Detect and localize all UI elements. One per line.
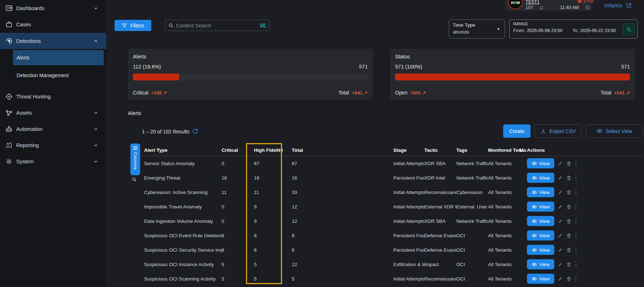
delete-icon[interactable] <box>566 247 572 253</box>
select-view-label: Select View <box>606 128 632 134</box>
delete-icon[interactable] <box>566 218 572 224</box>
column-header-high-fidelity[interactable]: High Fidelity <box>254 147 292 153</box>
cell-total: 12 <box>292 262 393 267</box>
edit-icon[interactable] <box>558 190 563 195</box>
sidebar-item-reporting[interactable]: Reporting <box>0 137 106 153</box>
sidebar-item-automation[interactable]: Automation <box>0 121 106 137</box>
cell-tactic: Impact <box>424 262 456 267</box>
table-row[interactable]: Suspicious OCI Scanning Activity555Initi… <box>140 271 643 286</box>
table-row[interactable]: Data Ingestion Volume Anomaly0912Initial… <box>140 214 643 228</box>
sidebar-item-detections[interactable]: Detections <box>0 33 106 49</box>
table-row[interactable]: Suspicious OCI Event Rule Deletion888Per… <box>140 228 643 243</box>
edit-icon[interactable] <box>558 161 563 166</box>
column-header-monitored-ten[interactable]: Monitored Ten... <box>488 147 519 153</box>
more-actions-icon[interactable] <box>575 261 577 268</box>
export-csv-button[interactable]: Export CSV <box>535 124 582 138</box>
sidebar-item-threat-hunting[interactable]: Threat Hunting <box>0 88 106 105</box>
time-type-select[interactable]: Time Type absolute ▼ <box>449 19 505 39</box>
table-row[interactable]: Cybereason: Active Scanning111133Initial… <box>140 185 643 199</box>
column-header-tactic[interactable]: Tactic <box>424 147 456 153</box>
table-row[interactable]: Sensor Status Anomaly06767Initial Attemp… <box>140 156 643 171</box>
delete-icon[interactable] <box>566 233 572 238</box>
more-actions-icon[interactable] <box>575 275 577 282</box>
view-button[interactable]: View <box>527 230 554 240</box>
columns-tab[interactable]: Columns <box>130 144 140 175</box>
table-row[interactable]: Suspicious OCI Security Service Impairme… <box>140 243 643 257</box>
delete-icon[interactable] <box>566 276 572 282</box>
edit-icon[interactable] <box>558 175 563 181</box>
view-button[interactable]: View <box>527 158 554 168</box>
delete-icon[interactable] <box>566 204 572 209</box>
column-header-stage[interactable]: Stage <box>393 147 424 153</box>
cell-actions: View <box>527 158 643 168</box>
foot-label[interactable]: Critical <box>133 90 148 96</box>
sidebar-subitem-detection-management[interactable]: Detection Management <box>13 68 104 83</box>
more-actions-icon[interactable] <box>575 218 577 224</box>
table-row[interactable]: Emerging Threat161616Persistent FoothXDR… <box>140 171 643 185</box>
insyncs-link[interactable]: InSyncs <box>604 3 632 8</box>
column-header-actions[interactable]: Actions <box>527 147 643 153</box>
sidebar-item-assets[interactable]: Assets <box>0 105 106 121</box>
time-range[interactable]: RANGE From: 2025-05-08 23:50 To: 2025-05… <box>509 19 638 39</box>
card-left-value: 112 (19.6%) <box>133 64 161 70</box>
table-row[interactable]: Suspicious OCI Instance Activity5512Exfi… <box>140 257 643 271</box>
delete-icon[interactable] <box>566 262 572 267</box>
view-button[interactable]: View <box>527 274 554 284</box>
cell-stage: Persistent Footh <box>393 247 424 253</box>
view-button[interactable]: View <box>527 173 554 183</box>
edit-icon[interactable] <box>558 233 563 238</box>
more-actions-icon[interactable] <box>575 160 577 167</box>
foot-label[interactable]: Open <box>395 90 407 96</box>
view-button[interactable]: View <box>527 187 554 197</box>
apply-range-button[interactable] <box>623 23 635 35</box>
alerts-table: Alert TypeCriticalHigh FidelityTotalStag… <box>140 144 643 286</box>
column-header-total[interactable]: Total <box>292 147 393 153</box>
more-actions-icon[interactable] <box>575 247 577 253</box>
more-actions-icon[interactable] <box>575 232 577 239</box>
select-view-button[interactable]: Select View <box>586 124 643 138</box>
more-actions-icon[interactable] <box>575 203 577 210</box>
view-button[interactable]: View <box>527 259 554 269</box>
view-button[interactable]: View <box>527 245 554 255</box>
view-button[interactable]: View <box>527 202 554 212</box>
to-value[interactable]: 2025-05-22 23:50 <box>580 28 616 33</box>
cell-tactic: External XDR UE <box>424 204 456 209</box>
foot-label[interactable]: Total <box>601 90 612 96</box>
filters-button[interactable]: Filters <box>115 20 151 31</box>
filters-label: Filters <box>130 23 144 28</box>
foot-label[interactable]: Total <box>339 90 349 96</box>
delete-icon[interactable] <box>566 190 572 195</box>
cell-high-fidelity: 8 <box>254 233 292 238</box>
more-actions-icon[interactable] <box>575 189 577 195</box>
session-time: 11:40 AM <box>560 5 579 10</box>
sidebar-item-cases[interactable]: Cases <box>0 16 106 32</box>
column-header-alert-type[interactable]: Alert Type <box>144 147 222 153</box>
sidebar-item-dashboards[interactable]: Dashboards <box>0 0 106 16</box>
cell-tags: OCI <box>456 233 488 238</box>
delete-icon[interactable] <box>566 175 572 181</box>
refresh-button[interactable] <box>192 128 199 135</box>
edit-icon[interactable] <box>558 247 563 253</box>
sidebar-item-system[interactable]: System <box>0 153 106 169</box>
column-header-tags[interactable]: Tags <box>456 147 488 153</box>
column-header-mo[interactable]: Mo <box>519 147 527 153</box>
cell-critical: 8 <box>222 233 254 238</box>
edit-icon[interactable] <box>558 218 563 224</box>
table-search-icon[interactable] <box>131 177 137 182</box>
view-button[interactable]: View <box>527 216 554 226</box>
delete-icon[interactable] <box>566 161 572 166</box>
from-value[interactable]: 2025-05-08 23:50 <box>527 28 563 33</box>
edit-icon[interactable] <box>558 276 563 282</box>
table-row[interactable]: Impossible Travel Anomaly0912Initial Att… <box>140 199 643 214</box>
bell-icon[interactable] <box>539 5 544 10</box>
search-input[interactable] <box>176 23 260 28</box>
edit-icon[interactable] <box>558 204 563 209</box>
create-button[interactable]: Create <box>503 124 531 138</box>
more-actions-icon[interactable] <box>575 175 577 181</box>
column-header-critical[interactable]: Critical <box>222 147 254 153</box>
cell-tags: Network Traffic A <box>456 218 488 224</box>
content-search[interactable]: VL <box>165 20 269 31</box>
sidebar-subitem-alerts[interactable]: Alerts <box>13 50 104 65</box>
tenant-link[interactable]: TEST1 <box>526 0 540 5</box>
edit-icon[interactable] <box>558 262 563 267</box>
